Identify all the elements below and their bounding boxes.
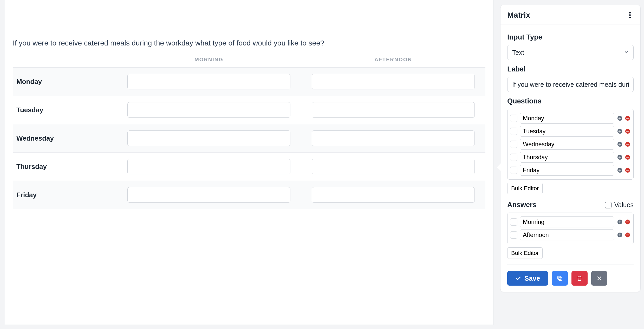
matrix-cell-input[interactable] (312, 102, 475, 118)
trash-icon (576, 275, 583, 281)
answers-list (507, 213, 634, 244)
list-item-input[interactable] (520, 139, 614, 150)
svg-point-2 (629, 17, 631, 18)
table-row: Tuesday (13, 96, 485, 124)
list-item-input[interactable] (520, 152, 614, 163)
properties-panel: Matrix Input Type Text Label Questions B… (500, 5, 641, 292)
matrix-cell-input[interactable] (312, 187, 475, 203)
minus-circle-icon (625, 154, 630, 160)
matrix-cell-input[interactable] (127, 74, 290, 89)
table-row: Thursday (13, 153, 485, 181)
add-item-button[interactable] (617, 115, 623, 121)
list-item (510, 112, 631, 125)
remove-item-button[interactable] (625, 232, 631, 238)
kebab-icon (629, 12, 631, 18)
remove-item-button[interactable] (625, 128, 631, 134)
matrix-cell-input[interactable] (127, 102, 290, 118)
add-item-button[interactable] (617, 167, 623, 173)
svg-point-1 (629, 14, 631, 16)
drag-handle[interactable] (510, 128, 517, 135)
drag-handle[interactable] (510, 218, 517, 226)
list-item (510, 138, 631, 151)
remove-item-button[interactable] (625, 154, 631, 160)
bulk-editor-button-answers[interactable]: Bulk Editor (507, 247, 543, 259)
add-item-button[interactable] (617, 154, 623, 160)
plus-circle-icon (617, 154, 623, 160)
list-item-input[interactable] (520, 216, 614, 227)
row-label: Friday (13, 181, 117, 209)
column-header: Afternoon (301, 52, 485, 68)
drag-handle[interactable] (510, 141, 517, 148)
svg-rect-17 (559, 277, 562, 280)
drag-handle[interactable] (510, 167, 517, 174)
minus-circle-icon (625, 219, 630, 225)
column-header: Morning (117, 52, 301, 68)
drag-handle[interactable] (510, 154, 517, 161)
duplicate-button[interactable] (552, 271, 568, 286)
add-item-button[interactable] (617, 232, 623, 238)
remove-item-button[interactable] (625, 219, 631, 225)
plus-circle-icon (617, 232, 623, 238)
save-button[interactable]: Save (507, 271, 548, 286)
drag-handle[interactable] (510, 231, 517, 239)
plus-circle-icon (617, 141, 623, 147)
matrix-cell-input[interactable] (312, 159, 475, 174)
matrix-cell-input[interactable] (312, 130, 475, 146)
input-type-select[interactable]: Text (507, 45, 634, 60)
minus-circle-icon (625, 128, 630, 134)
list-item (510, 125, 631, 138)
answers-label: Answers (507, 201, 537, 209)
copy-icon (557, 275, 563, 281)
remove-item-button[interactable] (625, 167, 631, 173)
list-item (510, 215, 631, 228)
plus-circle-icon (617, 167, 623, 173)
more-options-button[interactable] (626, 11, 634, 19)
list-item (510, 164, 631, 177)
remove-item-button[interactable] (625, 115, 631, 121)
list-item-input[interactable] (520, 126, 614, 137)
plus-circle-icon (617, 219, 623, 225)
matrix-cell-input[interactable] (127, 187, 290, 203)
add-item-button[interactable] (617, 141, 623, 147)
minus-circle-icon (625, 232, 630, 238)
question-label: If you were to receive catered meals dur… (13, 39, 485, 47)
remove-item-button[interactable] (625, 141, 631, 147)
label-field-label: Label (507, 65, 634, 73)
values-checkbox[interactable] (605, 202, 612, 208)
plus-circle-icon (617, 128, 623, 134)
row-label: Thursday (13, 153, 117, 181)
add-item-button[interactable] (617, 128, 623, 134)
list-item-input[interactable] (520, 113, 614, 124)
minus-circle-icon (625, 167, 630, 173)
row-label: Monday (13, 68, 117, 96)
minus-circle-icon (625, 115, 630, 121)
list-item (510, 228, 631, 241)
matrix-cell-input[interactable] (312, 74, 475, 89)
list-item-input[interactable] (520, 229, 614, 240)
label-input[interactable] (507, 77, 634, 92)
drag-handle[interactable] (510, 115, 517, 122)
matrix-cell-input[interactable] (127, 159, 290, 174)
matrix-cell-input[interactable] (127, 130, 290, 146)
minus-circle-icon (625, 141, 630, 147)
bulk-editor-button-questions[interactable]: Bulk Editor (507, 183, 543, 194)
list-item-input[interactable] (520, 165, 614, 176)
row-label: Wednesday (13, 124, 117, 153)
table-row: Wednesday (13, 124, 485, 153)
table-row: Friday (13, 181, 485, 209)
delete-button[interactable] (571, 271, 588, 286)
add-item-button[interactable] (617, 219, 623, 225)
questions-label: Questions (507, 97, 634, 105)
check-icon (515, 275, 521, 281)
list-item (510, 151, 631, 164)
input-type-label: Input Type (507, 33, 634, 41)
row-label: Tuesday (13, 96, 117, 124)
table-row: Monday (13, 68, 485, 96)
svg-rect-18 (558, 276, 561, 279)
close-button[interactable] (591, 271, 607, 286)
plus-circle-icon (617, 115, 623, 121)
questions-list (507, 109, 634, 180)
panel-pointer (497, 163, 500, 171)
svg-point-0 (629, 12, 631, 14)
values-toggle[interactable]: Values (605, 201, 634, 209)
